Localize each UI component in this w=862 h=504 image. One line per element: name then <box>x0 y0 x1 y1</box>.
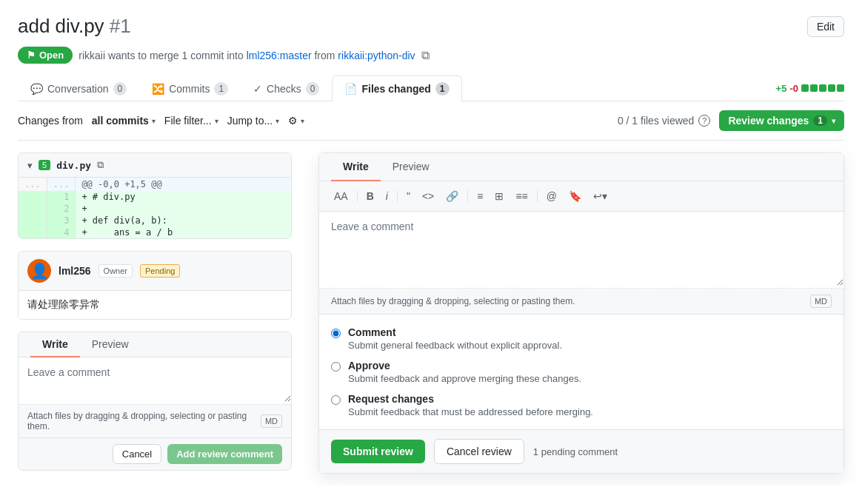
diff-table: ... ... @@ -0,0 +1,5 @@ 1 + # div.py 2 <box>19 178 291 238</box>
hunk-content: @@ -0,0 +1,5 @@ <box>76 178 291 191</box>
hunk-num-new: ... <box>47 178 76 191</box>
comment-option-text: Comment Submit general feedback without … <box>348 326 562 351</box>
commits-icon: 🔀 <box>152 83 164 95</box>
approve-radio[interactable] <box>331 362 341 372</box>
review-caret-icon: ▾ <box>832 117 835 125</box>
toolbar-right: 0 / 1 files viewed ? Review changes 1 ▾ <box>618 110 844 131</box>
pr-meta-text: rikkaii wants to merge 1 commit into lml… <box>78 50 415 61</box>
settings-caret-icon: ▾ <box>301 117 304 125</box>
toolbar-ref-icon[interactable]: 🔖 <box>566 187 584 205</box>
tab-files-changed[interactable]: 📄 Files changed 1 <box>332 75 461 101</box>
toolbar-italic-icon[interactable]: i <box>383 187 391 205</box>
diff-minus: -0 <box>789 83 798 94</box>
request-changes-option-text: Request changes Submit feedback that mus… <box>348 393 593 417</box>
pr-status-bar: ⚑ Open rikkaii wants to merge 1 commit i… <box>18 47 844 64</box>
commits-count: 1 <box>214 82 228 95</box>
toolbar-reply-icon[interactable]: ↩▾ <box>590 187 610 205</box>
toolbar-ol-icon[interactable]: ⊞ <box>492 187 507 205</box>
review-write-tab[interactable]: Write <box>331 153 381 181</box>
conversation-icon: 💬 <box>30 83 43 95</box>
toolbar-quote-icon[interactable]: " <box>404 187 413 205</box>
toolbar-ul-icon[interactable]: ≡ <box>474 187 486 205</box>
request-changes-radio[interactable] <box>331 395 341 405</box>
file-filter-dropdown[interactable]: File filter... ▾ <box>164 115 218 127</box>
tab-checks[interactable]: ✓ Checks 0 <box>241 75 332 101</box>
table-row: 1 + # div.py <box>19 191 291 203</box>
toolbar-bold-icon[interactable]: B <box>364 187 377 205</box>
cancel-review-button[interactable]: Cancel review <box>434 439 524 464</box>
tab-commits[interactable]: 🔀 Commits 1 <box>139 75 241 101</box>
approve-option-text: Approve Submit feedback and approve merg… <box>348 360 581 384</box>
line-num-old-1 <box>19 191 47 203</box>
checks-icon: ✓ <box>253 83 262 95</box>
edit-button[interactable]: Edit <box>807 16 844 37</box>
line-num-old-4 <box>19 226 47 238</box>
lower-editor: Write Preview Attach files by dragging &… <box>18 332 292 471</box>
table-row: 2 + <box>19 203 291 215</box>
avatar: 👤 <box>27 259 51 283</box>
line-num-old-2 <box>19 203 47 215</box>
submit-review-button[interactable]: Submit review <box>331 440 425 463</box>
diff-block-4 <box>828 84 835 92</box>
pending-badge: Pending <box>140 264 180 278</box>
jump-to-dropdown[interactable]: Jump to... ▾ <box>227 115 279 127</box>
diff-plus: +5 <box>776 83 787 94</box>
review-preview-tab[interactable]: Preview <box>381 153 441 181</box>
left-panel: ▾ 5 div.py ⧉ ... ... @@ -0,0 +1,5 @@ <box>18 152 292 471</box>
lower-preview-tab[interactable]: Preview <box>80 332 141 357</box>
base-branch-link[interactable]: lml256:master <box>247 50 312 61</box>
inline-comment-box: 👤 lml256 Owner Pending 请处理除零异常 <box>18 251 292 320</box>
toolbar-code-icon[interactable]: <> <box>419 187 437 205</box>
line-content-4: + ans = a / b <box>76 226 291 238</box>
tab-conversation[interactable]: 💬 Conversation 0 <box>18 75 139 101</box>
toolbar-task-icon[interactable]: ≡≡ <box>512 187 530 205</box>
toolbar-sep-2 <box>397 190 398 202</box>
diff-line-count: 5 <box>39 160 50 170</box>
option-comment: Comment Submit general feedback without … <box>331 326 832 351</box>
toolbar-aa-icon[interactable]: AA <box>331 187 351 205</box>
head-branch-link[interactable]: rikkaii:python-div <box>338 50 415 61</box>
page-container: add div.py #1 Edit ⚑ Open rikkaii wants … <box>0 0 862 485</box>
line-num-new-1: 1 <box>47 191 76 203</box>
comment-radio[interactable] <box>331 329 341 338</box>
diff-block-3 <box>819 84 826 92</box>
review-comment-input[interactable] <box>319 212 843 286</box>
diff-block-2 <box>810 84 818 92</box>
comment-body: 请处理除零异常 <box>19 291 291 319</box>
copy-icon[interactable]: ⧉ <box>97 159 104 171</box>
lower-editor-tabs: Write Preview <box>19 332 291 357</box>
cancel-comment-button[interactable]: Cancel <box>113 444 161 464</box>
line-content-3: + def div(a, b): <box>76 215 291 226</box>
open-badge: ⚑ Open <box>18 47 73 64</box>
diff-block-5 <box>837 84 844 92</box>
hunk-num-old: ... <box>19 178 47 191</box>
info-icon[interactable]: ? <box>698 115 710 127</box>
review-toolbar: AA B i " <> 🔗 ≡ ⊞ ≡≡ @ 🔖 ↩▾ <box>319 181 843 212</box>
gear-icon: ⚙ <box>288 115 298 127</box>
file-name: div.py <box>56 160 91 171</box>
file-diff-header: ▾ 5 div.py ⧉ <box>19 153 291 178</box>
table-row: 3 + def div(a, b): <box>19 215 291 226</box>
main-content: ▾ 5 div.py ⧉ ... ... @@ -0,0 +1,5 @@ <box>18 152 844 471</box>
lower-comment-input[interactable] <box>19 357 291 402</box>
changes-caret-icon: ▾ <box>152 117 156 125</box>
merge-icon: ⚑ <box>27 50 36 61</box>
lower-write-tab[interactable]: Write <box>30 332 80 357</box>
owner-badge: Owner <box>98 264 133 278</box>
files-count: 1 <box>435 82 450 95</box>
files-viewed: 0 / 1 files viewed ? <box>618 115 711 127</box>
pr-title: add div.py #1 <box>18 15 131 38</box>
toolbar-left: Changes from all commits ▾ File filter..… <box>18 115 304 127</box>
add-review-comment-button[interactable]: Add review comment <box>167 444 282 464</box>
review-options: Comment Submit general feedback without … <box>319 314 843 429</box>
review-changes-button[interactable]: Review changes 1 ▾ <box>719 110 844 131</box>
changes-from-dropdown[interactable]: Changes from all commits ▾ <box>18 115 156 127</box>
lower-actions: Cancel Add review comment <box>19 437 291 470</box>
pr-title-bar: add div.py #1 Edit <box>18 15 844 38</box>
review-tabs: Write Preview <box>319 153 843 181</box>
settings-dropdown[interactable]: ⚙ ▾ <box>288 115 304 127</box>
toolbar-mention-icon[interactable]: @ <box>544 187 560 205</box>
toolbar-link-icon[interactable]: 🔗 <box>443 187 461 205</box>
expand-icon[interactable]: ▾ <box>27 160 33 171</box>
diff-stats: +5 -0 <box>776 83 844 94</box>
